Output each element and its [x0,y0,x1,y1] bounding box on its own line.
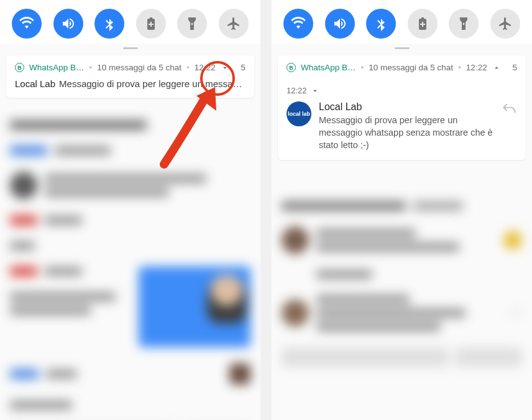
bluetooth-toggle[interactable] [94,9,124,39]
notification-header: B WhatsApp B… • 10 messaggi da 5 chat • … [287,63,517,72]
notification-card-expanded[interactable]: B WhatsApp B… • 10 messaggi da 5 chat • … [278,55,526,160]
sender-name: Local Lab [15,78,55,89]
flashlight-icon [185,16,200,31]
notification-time: 12:22 [466,63,487,72]
sender-avatar: local lab [287,101,311,126]
notification-preview: Local LabMessaggio di prova per leggere … [15,78,245,89]
shade-handle[interactable] [123,47,138,49]
sound-toggle[interactable] [325,9,355,39]
preview-text: Messaggio di prova per leggere un messag… [59,78,245,89]
notification-summary: 10 messaggi da 5 chat [97,63,181,72]
bluetooth-icon [102,16,117,31]
expanded-body: local lab Local Lab Messaggio di prova p… [287,101,517,151]
notification-card-collapsed[interactable]: B WhatsApp B… • 10 messaggi da 5 chat • … [6,55,254,98]
airplane-toggle[interactable] [219,9,249,39]
airplane-icon [498,16,513,31]
phone-left: B WhatsApp B… • 10 messaggi da 5 chat • … [0,0,260,420]
wifi-icon [19,16,34,31]
notification-header: B WhatsApp B… • 10 messaggi da 5 chat • … [15,63,245,72]
quick-settings-row [0,0,260,44]
whatsapp-business-icon: B [287,63,296,72]
separator-dot: • [458,63,461,72]
sound-toggle[interactable] [53,9,83,39]
flashlight-icon [456,16,471,31]
bluetooth-toggle[interactable] [366,9,396,39]
message-body: Messaggio di prova per leggere un messag… [319,115,493,150]
separator-dot: • [89,63,93,72]
airplane-toggle[interactable] [490,9,520,39]
notification-summary: 10 messaggi da 5 chat [369,63,453,72]
battery-saver-toggle[interactable] [408,9,438,39]
notification-count: 5 [512,63,517,72]
wifi-icon [291,16,306,31]
battery-saver-icon [144,16,158,31]
volume-icon [61,16,76,31]
flashlight-toggle[interactable] [449,9,479,39]
message-text-block: Local Lab Messaggio di prova per leggere… [319,101,493,151]
message-time: 12:22 [287,86,307,95]
battery-saver-icon [415,16,430,31]
chevron-up-icon[interactable] [492,63,501,72]
wifi-toggle[interactable] [283,9,313,39]
volume-icon [332,16,347,31]
whatsapp-business-icon: B [15,63,24,72]
quick-settings-row [272,0,532,44]
wifi-toggle[interactable] [12,9,42,39]
chevron-down-icon[interactable] [311,86,319,95]
reply-icon [501,101,517,118]
bluetooth-icon [374,16,388,31]
separator-dot: • [186,63,190,72]
notification-time: 12:22 [195,63,216,72]
shade-handle[interactable] [395,47,410,49]
phone-right: B WhatsApp B… • 10 messaggi da 5 chat • … [272,0,532,420]
expanded-time-row: 12:22 [287,86,517,95]
reply-button[interactable] [501,101,517,151]
separator-dot: • [361,63,364,72]
app-name: WhatsApp B… [301,63,356,72]
blurred-background [0,112,260,420]
app-name: WhatsApp B… [29,63,85,72]
flashlight-toggle[interactable] [177,9,207,39]
chevron-down-icon[interactable] [221,63,229,72]
blurred-background: ↩ [272,193,532,420]
battery-saver-toggle[interactable] [136,9,166,39]
notification-count: 5 [241,63,245,72]
airplane-icon [226,16,241,31]
sender-name: Local Lab [319,101,493,113]
